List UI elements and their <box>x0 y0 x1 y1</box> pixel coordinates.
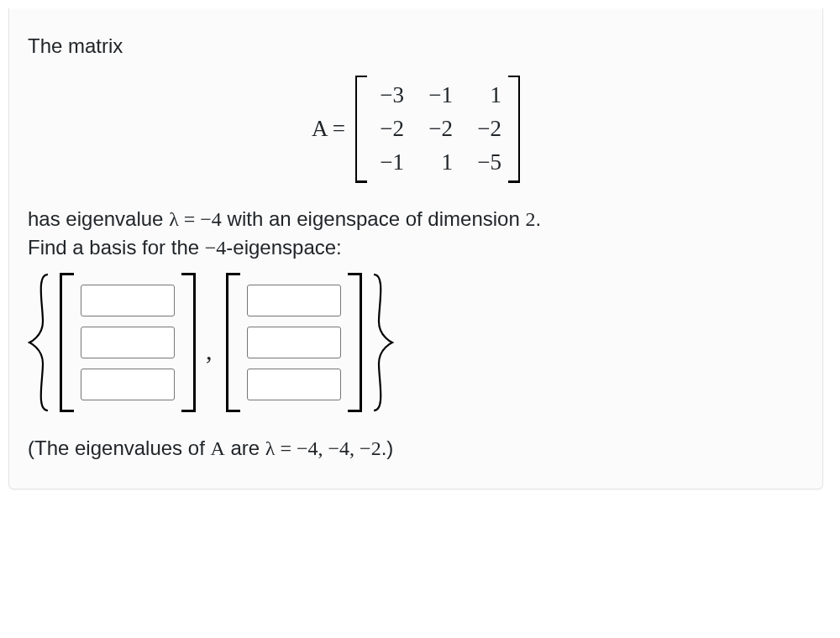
eigenvalue-footer: (The eigenvalues of A are λ = −4, −4, −2… <box>28 434 804 463</box>
vector-left-bracket <box>60 273 72 412</box>
matrix-cell: −1 <box>374 147 404 179</box>
matrix-cell: −3 <box>374 80 404 112</box>
problem-card: The matrix A = −3 −1 1 −2 −2 −2 −1 1 −5 … <box>8 8 823 489</box>
right-brace-icon <box>369 271 394 414</box>
vector-left-bracket <box>226 273 239 412</box>
set-comma: , <box>202 333 219 369</box>
vector-right-bracket <box>349 273 362 412</box>
intro-text: The matrix <box>28 32 804 60</box>
matrix-cell: −5 <box>471 147 501 179</box>
matrix-cell: −1 <box>423 80 453 112</box>
basis-answer-set: , <box>28 271 804 414</box>
matrix-right-bracket <box>510 76 520 183</box>
matrix-cells: −3 −1 1 −2 −2 −2 −1 1 −5 <box>365 76 510 183</box>
vector-1 <box>60 273 196 412</box>
matrix-cell: 1 <box>471 80 501 112</box>
eigen-statement: has eigenvalue λ = −4 with an eigenspace… <box>28 205 804 263</box>
matrix-cell: −2 <box>471 113 501 145</box>
vector-right-bracket <box>183 273 196 412</box>
vector2-entry-2[interactable] <box>247 327 341 358</box>
matrix-equation: A = −3 −1 1 −2 −2 −2 −1 1 −5 <box>28 76 804 183</box>
matrix-cell: 1 <box>423 147 453 179</box>
vector1-entry-2[interactable] <box>81 327 175 358</box>
matrix-left-bracket <box>355 76 365 183</box>
matrix-cell: −2 <box>374 113 404 145</box>
vector-2 <box>226 273 362 412</box>
matrix-lhs: A = <box>312 113 345 145</box>
vector2-entry-1[interactable] <box>247 285 341 316</box>
left-brace-icon <box>28 271 53 414</box>
matrix-cell: −2 <box>423 113 453 145</box>
vector1-entry-1[interactable] <box>81 285 175 316</box>
matrix-A: −3 −1 1 −2 −2 −2 −1 1 −5 <box>355 76 520 183</box>
vector1-entry-3[interactable] <box>81 369 175 400</box>
vector2-entry-3[interactable] <box>247 369 341 400</box>
